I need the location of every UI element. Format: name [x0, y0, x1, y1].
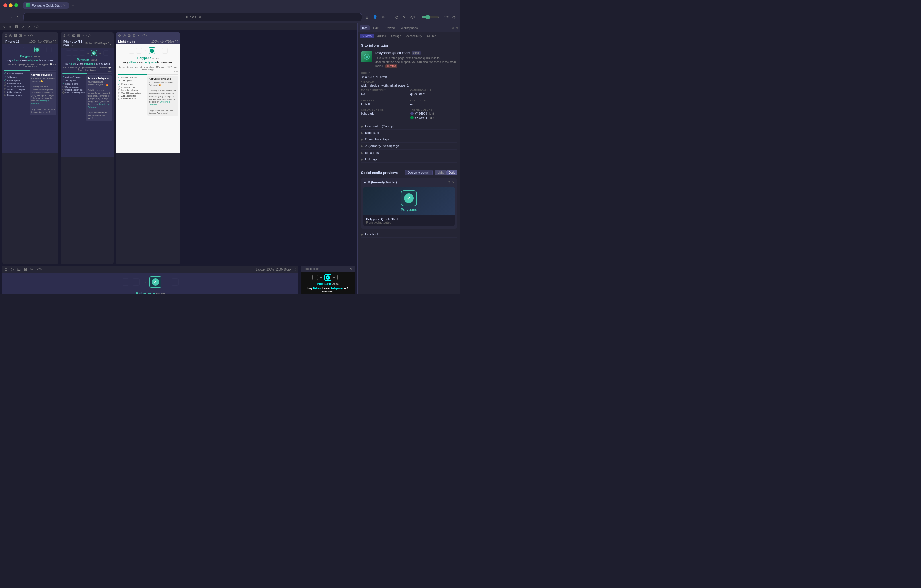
iphone11-screenshot[interactable]: ⊙ [5, 34, 7, 37]
iphone14-img[interactable]: 🖼 [72, 34, 75, 37]
iphone14-expand[interactable]: ⛶ [108, 42, 111, 45]
iphone11-crop[interactable]: ✂ [23, 34, 26, 37]
url-input[interactable]: Fill in a URL [23, 13, 362, 21]
tab-info[interactable]: Info [360, 25, 369, 30]
iphone11-eye[interactable]: ◎ [9, 34, 12, 37]
laptop-eye[interactable]: ◎ [11, 267, 14, 271]
pencil-icon[interactable]: ✏ [381, 14, 386, 20]
iphone14-dims: 393×659px [93, 42, 107, 45]
collapsible-meta[interactable]: ▶ Meta tags [361, 149, 457, 156]
twitter-label: ✕ (formerly Twitter) tags [365, 144, 399, 148]
viewport-label: Viewport [361, 80, 457, 83]
screenshot-icon[interactable]: ⊙ [394, 14, 400, 20]
back-button[interactable]: ‹ [3, 14, 7, 21]
head-order-arrow: ▶ [361, 125, 363, 128]
code-icon[interactable]: </> [409, 14, 417, 20]
close-button[interactable] [3, 3, 7, 7]
iphone14-ss[interactable]: ⊙ [63, 34, 66, 37]
iphone11-item-6: Add a debug tool [4, 91, 28, 93]
refresh-button[interactable]: ↻ [15, 14, 21, 21]
forced-colors-toolbar: Forced colors ⚙ [301, 266, 355, 272]
iphone14-grid[interactable]: ⊠ [77, 34, 80, 37]
tab-workspaces[interactable]: Workspaces [398, 25, 420, 30]
person-icon[interactable]: 👤 [372, 14, 379, 20]
subtab-storage[interactable]: Storage [389, 34, 404, 38]
tab-browse[interactable]: Browse [382, 25, 397, 30]
lightmode-crop[interactable]: ✂ [137, 34, 140, 37]
iphone11-code[interactable]: </> [28, 34, 33, 37]
link-arrow: ▶ [361, 158, 363, 161]
new-tab-button[interactable]: + [70, 2, 76, 8]
collapsible-link[interactable]: ▶ Link tags [361, 156, 457, 163]
mobile-friendly-value: No [361, 92, 408, 96]
lightmode-grid[interactable]: ⊠ [132, 34, 135, 37]
toolbar-eye-icon[interactable]: ◎ [8, 24, 11, 29]
iphone14-eye[interactable]: ◎ [67, 34, 70, 37]
forward-button[interactable]: › [10, 14, 13, 21]
iphone11-content: → ✓ → Polypane v22.0.0 Hey Kilian! Learn… [2, 44, 58, 153]
lightmode-eye[interactable]: ◎ [123, 34, 125, 37]
subtab-source[interactable]: Source [425, 34, 438, 38]
laptop-ss[interactable]: ⊙ [5, 267, 7, 271]
subtab-accessibility[interactable]: Accessibility [404, 34, 424, 38]
theme-colors-label: Theme colors [410, 108, 457, 111]
lightmode-ss[interactable]: ⊙ [118, 34, 121, 37]
panel-close-icon[interactable]: ✕ [456, 26, 458, 30]
laptop-grid[interactable]: ⊠ [24, 267, 27, 271]
iphone14-code[interactable]: </> [86, 34, 91, 37]
collapsible-twitter[interactable]: ▶ ✕ (formerly Twitter) tags [361, 143, 457, 149]
twitter-section-arrow[interactable]: ▼ [363, 181, 366, 184]
twitter-section-actions: ⊙ ✕ [448, 180, 455, 184]
active-tab[interactable]: Polypane Quick Start ✕ [23, 2, 69, 8]
iphone11-expand-icon[interactable]: ⛶ [53, 40, 56, 43]
iphone14-crop[interactable]: ✂ [82, 34, 85, 37]
collapsible-opengraph[interactable]: ▶ Open Graph tags [361, 136, 457, 143]
info-grid: Mobile Friendly No Canonical URL quick s… [361, 89, 457, 96]
light-mode-toggle[interactable]: Light [435, 170, 446, 175]
subtab-outline[interactable]: Outline [374, 34, 388, 38]
laptop-code[interactable]: </> [37, 267, 42, 271]
settings-icon[interactable]: ⚙ [451, 14, 457, 20]
social-previews-header: Social media previews Overwrite domain L… [361, 170, 457, 175]
viewport-item: Viewport width=device-width, initial-sca… [361, 80, 457, 87]
iphone11-icons: → ✓ → [9, 47, 52, 52]
lightmode-checklist: ✓Activate Polypane ✓Add a pane ✓Resize a… [118, 76, 178, 116]
theme-light-label: light [429, 112, 434, 115]
site-name-badge: 20/60 [412, 51, 421, 55]
toolbar-screenshot-icon[interactable]: ⊙ [2, 24, 5, 29]
toolbar-code-icon[interactable]: </> [34, 24, 39, 29]
arrow-up-icon[interactable]: ↑ [388, 14, 392, 20]
tab-close-icon[interactable]: ✕ [63, 4, 65, 7]
collapsible-head-order[interactable]: ▶ Head order (Capo.js) [361, 123, 457, 130]
iphone11-grid[interactable]: ⊠ [19, 34, 22, 37]
iphone11-icon-ghost2 [16, 47, 21, 52]
cursor-icon[interactable]: ↖ [402, 14, 407, 20]
lightmode-img[interactable]: 🖼 [127, 34, 131, 37]
twitter-copy-icon[interactable]: ⊙ [448, 180, 451, 184]
toolbar-crop-icon[interactable]: ✂ [28, 24, 31, 29]
overwrite-domain-button[interactable]: Overwrite domain [405, 170, 433, 175]
iphone11-sub: Let's make sure you get the most out of … [4, 63, 57, 68]
right-panel: Info Edit Browse Workspaces ⧉ ✕ ↻ Meta O… [357, 23, 460, 294]
dark-mode-toggle[interactable]: Dark [446, 170, 457, 175]
lightmode-code[interactable]: </> [142, 34, 146, 37]
laptop-img[interactable]: 🖼 [17, 267, 21, 271]
facebook-section[interactable]: ▶ Facebook [361, 231, 457, 237]
subtab-meta[interactable]: ↻ Meta [360, 34, 374, 38]
iphone14-sub: Let's make sure you get the most out of … [62, 67, 112, 71]
tab-edit[interactable]: Edit [371, 25, 381, 30]
panel-detach-icon[interactable]: ⧉ [452, 26, 454, 30]
zoom-slider[interactable] [422, 15, 439, 19]
twitter-close-icon[interactable]: ✕ [452, 180, 455, 184]
toolbar-image-icon[interactable]: 🖼 [15, 24, 18, 29]
zoom-in-icon[interactable]: + [440, 15, 442, 19]
iphone11-img[interactable]: 🖼 [14, 34, 17, 37]
zoom-out-icon[interactable]: − [419, 15, 420, 19]
tab-favicon [26, 3, 30, 7]
collapsible-robots[interactable]: ▶ Robots.txt [361, 130, 457, 136]
viewport-icon[interactable]: ⊞ [364, 14, 370, 20]
toolbar-grid-icon[interactable]: ⊠ [22, 24, 24, 29]
laptop-crop[interactable]: ✂ [30, 267, 33, 271]
fullscreen-button[interactable] [14, 3, 18, 7]
minimize-button[interactable] [9, 3, 13, 7]
